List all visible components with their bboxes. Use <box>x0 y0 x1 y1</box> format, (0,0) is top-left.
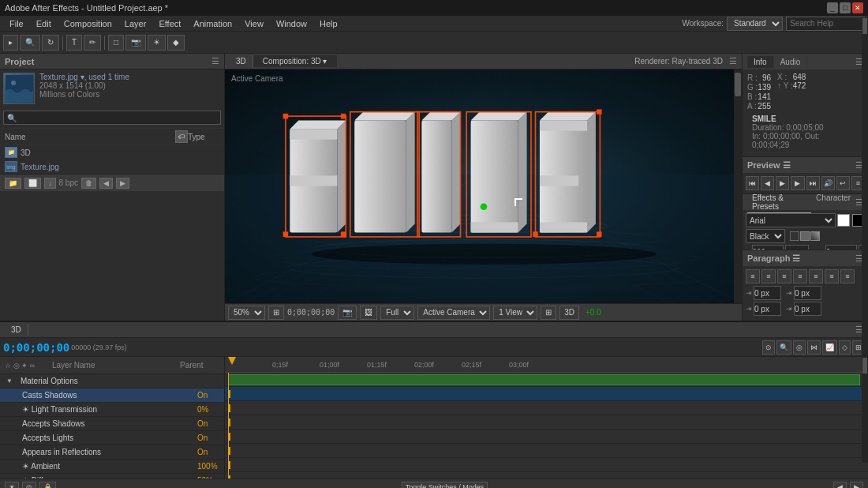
indent-left-input[interactable] <box>754 286 781 300</box>
tool-camera[interactable]: 📷 <box>125 35 146 51</box>
3d-button[interactable]: 3D <box>559 306 579 320</box>
menu-composition[interactable]: Composition <box>58 17 118 30</box>
prev-forward-button[interactable]: ▶ <box>791 176 804 190</box>
arrow-left-button[interactable]: ◀ <box>99 178 113 189</box>
tl-graph-button[interactable]: 📈 <box>822 340 837 355</box>
fit-button[interactable]: ⊞ <box>268 306 284 320</box>
new-comp-button[interactable]: ⬜ <box>24 178 41 189</box>
menu-file[interactable]: File <box>3 17 30 30</box>
before-para-input[interactable] <box>754 302 781 316</box>
show-snapshot-button[interactable]: 🖼 <box>360 306 377 320</box>
tool-rotate[interactable]: ↻ <box>42 35 59 51</box>
comp-footer: 50% ⊞ 0;00;00;00 📷 🖼 Full Active Camera … <box>225 303 742 321</box>
menu-view[interactable]: View <box>238 17 270 30</box>
svg-rect-51 <box>533 231 538 237</box>
prop-appears-in-reflections[interactable]: Appears in Reflections On <box>0 445 224 460</box>
tool-light[interactable]: ☀ <box>148 35 166 51</box>
prev-back-button[interactable]: ◀ <box>761 176 774 190</box>
solo-btn[interactable]: ◎ <box>22 482 36 489</box>
justify-all-button[interactable]: ≡ <box>840 269 855 283</box>
align-right-button[interactable]: ≡ <box>777 269 791 283</box>
prop-ambient[interactable]: ☀ Ambient 100% <box>0 460 224 474</box>
tl-shapes-button[interactable]: ◇ <box>839 340 851 355</box>
prop-accepts-shadows[interactable]: Accepts Shadows On <box>0 417 224 431</box>
import-button[interactable]: ↓ <box>44 178 56 189</box>
menu-edit[interactable]: Edit <box>30 17 58 30</box>
paragraph-header: Paragraph ☰ ☰ <box>743 250 868 266</box>
justify-right-button[interactable]: ≡ <box>825 269 839 283</box>
svg-rect-37 <box>539 175 578 186</box>
tl-icons-col: ☆ ◎ ✦ ∞ <box>5 362 52 370</box>
prev-first-button[interactable]: ⏮ <box>746 176 759 190</box>
quality-select[interactable]: Full <box>380 306 414 320</box>
tool-puppet[interactable]: ◆ <box>167 35 185 51</box>
align-left-button[interactable]: ≡ <box>746 269 760 283</box>
menu-effect[interactable]: Effect <box>152 17 187 30</box>
g-value: 139 <box>758 83 771 92</box>
after-para-input[interactable] <box>794 302 821 316</box>
maximize-button[interactable]: □ <box>840 2 851 13</box>
character-tab[interactable]: Character <box>811 194 855 213</box>
color-swatches-small <box>790 231 820 241</box>
prev-last-button[interactable]: ⏭ <box>806 176 820 190</box>
trash-button[interactable]: 🗑 <box>81 178 96 189</box>
tl-name-col-label: Layer Name <box>52 361 180 370</box>
indent-right-input[interactable] <box>794 286 821 300</box>
camera-select[interactable]: Active Camera <box>417 306 490 320</box>
new-folder-button[interactable]: 📁 <box>5 178 21 189</box>
prop-casts-shadows[interactable]: Casts Shadows On <box>0 389 224 403</box>
menu-animation[interactable]: Animation <box>187 17 238 30</box>
menu-window[interactable]: Window <box>270 17 313 30</box>
tool-shape[interactable]: □ <box>108 35 124 51</box>
project-search-input[interactable] <box>3 111 221 125</box>
snapshot-button[interactable]: 📷 <box>338 306 357 320</box>
audio-tab[interactable]: Audio <box>774 56 808 68</box>
tl-motion-blur-button[interactable]: ◎ <box>793 340 806 355</box>
toggle-switches-button[interactable]: Toggle Switches / Modes <box>402 482 488 489</box>
tl-solo-button[interactable]: ⊙ <box>762 340 775 355</box>
tool-select[interactable]: ▸ <box>3 35 18 51</box>
tl-frame-blend-button[interactable]: ⋈ <box>807 340 821 355</box>
menu-help[interactable]: Help <box>313 17 344 30</box>
prev-audio-button[interactable]: 🔊 <box>821 176 835 190</box>
indent-row-1: ⇥ ⇥ <box>746 286 865 300</box>
search-help-input[interactable] <box>786 17 865 31</box>
project-item-3d[interactable]: 📁 3D <box>0 145 224 160</box>
tool-zoom[interactable]: 🔍 <box>20 35 40 51</box>
align-center-button[interactable]: ≡ <box>761 269 776 283</box>
font-style-select[interactable]: Black <box>746 229 785 243</box>
close-button[interactable]: ✕ <box>852 2 863 13</box>
arrow-right-button[interactable]: ▶ <box>116 178 129 189</box>
nav-left-button[interactable]: ◀ <box>833 482 847 489</box>
minimize-button[interactable]: _ <box>827 2 838 13</box>
track-scrollbar[interactable] <box>862 357 868 463</box>
lock-btn[interactable]: 🔒 <box>39 482 56 489</box>
view-select[interactable]: 1 View <box>493 306 537 320</box>
zoom-select[interactable]: 50% <box>228 306 265 320</box>
prop-accepts-lights[interactable]: Accepts Lights On <box>0 431 224 445</box>
info-tab[interactable]: Info <box>747 56 774 68</box>
prev-play-button[interactable]: ▶ <box>776 176 789 190</box>
text-color-swatch[interactable] <box>837 214 850 227</box>
prop-light-transmission[interactable]: ☀ Light Transmission 0% <box>0 403 224 417</box>
motion-blur-btn[interactable]: ☀ <box>5 482 19 489</box>
effects-presets-tab[interactable]: Effects & Presets <box>747 194 811 213</box>
justify-center-button[interactable]: ≡ <box>809 269 823 283</box>
grid-button[interactable]: ⊞ <box>541 306 556 320</box>
tl-search-button[interactable]: 🔍 <box>776 340 791 355</box>
project-menu-icon[interactable]: ☰ <box>211 56 219 66</box>
project-item-texture[interactable]: img Texture.jpg <box>0 160 224 174</box>
tool-pen[interactable]: ✏ <box>84 35 101 51</box>
workspace-select[interactable]: Standard <box>727 17 783 31</box>
prev-loop-button[interactable]: ↩ <box>836 176 850 190</box>
tool-text[interactable]: T <box>66 35 82 51</box>
justify-left-button[interactable]: ≡ <box>793 269 807 283</box>
svg-marker-24 <box>290 120 346 129</box>
comp-menu-icon[interactable]: ☰ <box>729 56 737 66</box>
menu-layer[interactable]: Layer <box>118 17 153 30</box>
font-family-select[interactable]: Arial <box>746 213 836 227</box>
b-value: 141 <box>758 92 771 101</box>
nav-right-button[interactable]: ▶ <box>850 482 863 489</box>
comp-scrollbar-v[interactable] <box>734 69 742 303</box>
svg-rect-50 <box>597 109 602 114</box>
